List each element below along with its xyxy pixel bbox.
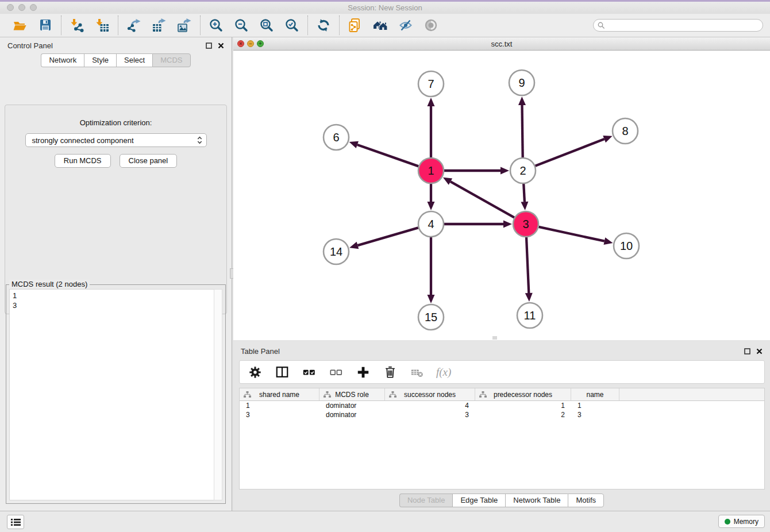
open-file-button[interactable] bbox=[12, 17, 28, 33]
table-row[interactable]: 3dominator323 bbox=[240, 410, 764, 419]
split-columns-icon bbox=[275, 365, 289, 379]
import-table-button[interactable] bbox=[94, 17, 110, 33]
graph-edge-4-14[interactable] bbox=[357, 228, 418, 245]
tab-node-table[interactable]: Node Table bbox=[399, 494, 453, 507]
result-scrollbar[interactable] bbox=[214, 289, 222, 500]
graph-arrowhead bbox=[428, 295, 435, 303]
mcds-result-text[interactable]: 1 3 bbox=[9, 289, 215, 500]
export-table-button[interactable] bbox=[151, 17, 167, 33]
mcds-result-title: MCDS result (2 nodes) bbox=[9, 280, 90, 288]
tab-style[interactable]: Style bbox=[84, 53, 116, 67]
close-panel-button[interactable]: Close panel bbox=[120, 154, 178, 168]
graph-edge-2-8[interactable] bbox=[535, 139, 604, 166]
delete-column-button[interactable] bbox=[382, 364, 398, 380]
open-folder-icon bbox=[13, 18, 28, 33]
home-icon bbox=[372, 18, 388, 33]
graph-edge-2-3[interactable] bbox=[523, 184, 525, 202]
tab-motifs[interactable]: Motifs bbox=[568, 494, 604, 507]
import-network-icon bbox=[70, 18, 84, 33]
column-type-icon bbox=[324, 391, 331, 398]
table-cell[interactable]: dominator bbox=[319, 410, 385, 419]
memory-label: Memory bbox=[734, 518, 759, 526]
table-cell[interactable]: 2 bbox=[475, 410, 571, 419]
import-network-button[interactable] bbox=[69, 17, 85, 33]
memory-button[interactable]: Memory bbox=[718, 515, 765, 528]
graph-node-label: 9 bbox=[518, 76, 525, 89]
search-input[interactable] bbox=[593, 19, 763, 32]
optimization-criterion-select[interactable]: strongly connected component bbox=[25, 133, 207, 147]
split-panel-button[interactable] bbox=[274, 364, 290, 380]
column-header-MCDS-role[interactable]: MCDS role bbox=[319, 388, 385, 400]
table-cell[interactable]: 3 bbox=[385, 410, 475, 419]
graph-node-label: 1 bbox=[428, 164, 434, 177]
column-settings-button[interactable] bbox=[247, 364, 263, 380]
select-all-columns-button[interactable] bbox=[301, 364, 317, 380]
status-bar: Memory bbox=[0, 511, 770, 532]
graph-edge-2-9[interactable] bbox=[522, 105, 523, 157]
table-cell[interactable]: 1 bbox=[240, 401, 319, 410]
graph-arrowhead bbox=[518, 97, 526, 105]
refresh-layout-button[interactable] bbox=[315, 17, 332, 33]
task-history-button[interactable] bbox=[7, 515, 24, 529]
tab-select[interactable]: Select bbox=[116, 53, 152, 67]
graph-node-label: 11 bbox=[524, 309, 536, 322]
eye-slash-icon bbox=[398, 18, 413, 33]
delete-table-button[interactable] bbox=[409, 364, 425, 380]
column-header-shared-name[interactable]: shared name bbox=[240, 388, 319, 400]
table-panel-header: Table Panel bbox=[233, 343, 770, 359]
graph-arrowhead bbox=[428, 98, 435, 106]
column-header-successor-nodes[interactable]: successor nodes bbox=[385, 388, 475, 400]
network-window-titlebar[interactable]: scc.txt × − + bbox=[233, 37, 770, 51]
table-cell[interactable]: 4 bbox=[385, 401, 475, 410]
plus-icon bbox=[356, 365, 370, 379]
table-cell[interactable]: 3 bbox=[240, 410, 319, 419]
zoom-fit-button[interactable] bbox=[259, 17, 275, 33]
zoom-out-button[interactable] bbox=[233, 17, 249, 33]
zoom-in-button[interactable] bbox=[208, 17, 224, 33]
deselect-all-columns-button[interactable] bbox=[328, 364, 344, 380]
graph-arrowhead bbox=[428, 202, 435, 210]
save-session-button[interactable] bbox=[37, 17, 53, 33]
go-home-button[interactable] bbox=[372, 17, 388, 33]
trash-icon bbox=[383, 365, 397, 379]
export-image-button[interactable] bbox=[176, 17, 192, 33]
graph-edge-3-10[interactable] bbox=[538, 227, 604, 241]
apply-function-button[interactable]: f(x) bbox=[436, 366, 451, 379]
table-cell[interactable]: 1 bbox=[571, 401, 619, 410]
float-panel-icon[interactable] bbox=[206, 43, 212, 49]
tab-network-table[interactable]: Network Table bbox=[505, 494, 568, 507]
table-row[interactable]: 1dominator411 bbox=[240, 401, 764, 410]
tab-mcds[interactable]: MCDS bbox=[152, 53, 190, 67]
close-panel-icon[interactable] bbox=[218, 43, 224, 49]
tab-edge-table[interactable]: Edge Table bbox=[452, 494, 505, 507]
column-header-label: predecessor nodes bbox=[494, 391, 552, 399]
copy-network-button[interactable] bbox=[347, 17, 363, 33]
column-header-name[interactable]: name bbox=[571, 388, 619, 400]
mcds-result-groupbox: MCDS result (2 nodes) 1 3 bbox=[6, 284, 226, 504]
optimization-criterion-label: Optimization criterion: bbox=[5, 118, 226, 127]
list-icon bbox=[11, 518, 21, 526]
table-cell[interactable]: 3 bbox=[571, 410, 619, 419]
table-cell[interactable]: 1 bbox=[475, 401, 571, 410]
tab-network[interactable]: Network bbox=[41, 53, 84, 67]
show-panel-button[interactable] bbox=[423, 17, 439, 33]
graph-edge-3-1[interactable] bbox=[451, 182, 514, 218]
network-graph[interactable]: 7968124314101511 bbox=[233, 51, 770, 340]
float-panel-icon[interactable] bbox=[744, 348, 750, 354]
table-cell[interactable]: dominator bbox=[319, 401, 385, 410]
column-header-predecessor-nodes[interactable]: predecessor nodes bbox=[475, 388, 571, 400]
add-column-button[interactable] bbox=[355, 364, 371, 380]
graph-arrowhead bbox=[521, 202, 528, 210]
export-network-button[interactable] bbox=[126, 17, 142, 33]
graph-edge-1-6[interactable] bbox=[357, 145, 419, 166]
table-panel: Table Panel bbox=[233, 343, 770, 511]
graph-edge-3-11[interactable] bbox=[526, 237, 529, 293]
table-body: 1dominator4113dominator323 bbox=[240, 401, 764, 419]
zoom-selected-button[interactable] bbox=[284, 17, 300, 33]
close-panel-icon[interactable] bbox=[756, 348, 763, 354]
column-header-label: shared name bbox=[259, 391, 299, 399]
hide-panel-button[interactable] bbox=[398, 17, 414, 33]
table-header-row: shared nameMCDS rolesuccessor nodesprede… bbox=[240, 388, 764, 401]
network-canvas[interactable]: 7968124314101511 bbox=[233, 51, 770, 340]
run-mcds-button[interactable]: Run MCDS bbox=[55, 154, 111, 168]
